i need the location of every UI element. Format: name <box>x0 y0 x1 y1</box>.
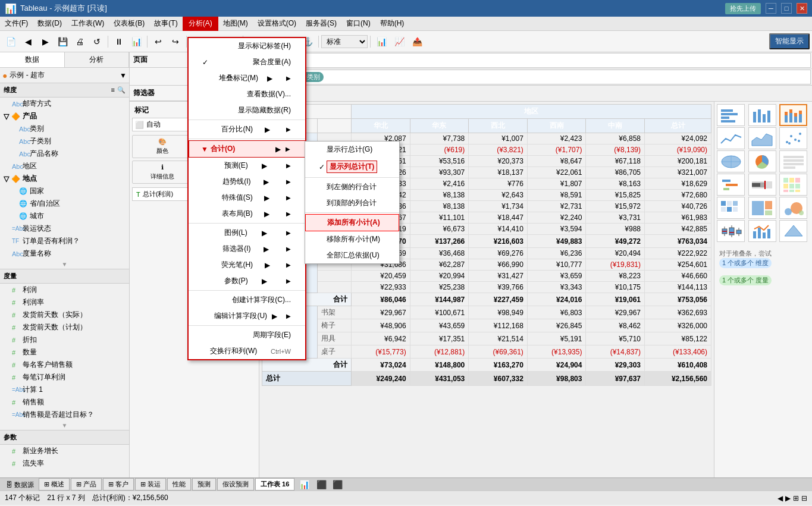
layout-arrow: ▶ <box>264 210 269 218</box>
sep1 <box>189 120 305 120</box>
trend-arrow: ▶ <box>264 178 269 186</box>
edit-calc-arrow: ▶ <box>272 312 277 320</box>
menu-filter[interactable]: 筛选器(I) ▶ <box>189 241 305 257</box>
submenu-col-top[interactable]: 到顶部的列合计 <box>305 195 399 211</box>
sep2 <box>189 139 305 139</box>
totals-submenu: 显示行总计(G) ✓ 显示列总计(T) 到左侧的行合计 到顶部的列合计 添加所有… <box>305 141 400 264</box>
menu-special-val[interactable]: 特殊值(S) ▶ <box>189 190 305 206</box>
submenu-add-all-subtotals[interactable]: 添加所有小计(A) <box>305 214 399 231</box>
menu-highlighter[interactable]: 荧光笔(H) ▶ <box>189 257 305 273</box>
highlighter-arrow: ▶ <box>265 261 270 269</box>
menu-swap[interactable]: 交换行和列(W) Ctrl+W <box>189 343 305 359</box>
menu-stack-marks[interactable]: 堆叠标记(M) ▶ <box>189 70 305 86</box>
special-arrow: ▶ <box>264 194 269 202</box>
menu-period[interactable]: 周期字段(E) <box>189 327 305 343</box>
sep5 <box>189 325 305 326</box>
submenu-remove-all-subtotals[interactable]: 移除所有小计(M) <box>305 231 399 247</box>
menu-forecast[interactable]: 预测(E) ▶ <box>189 158 305 174</box>
params-arrow: ▶ <box>262 277 267 285</box>
submenu-show-row-total[interactable]: 显示行总计(G) <box>305 142 399 158</box>
menu-edit-calc[interactable]: 编辑计算字段(U) ▶ <box>189 308 305 324</box>
submenu-aggregate-all[interactable]: 全部汇总依据(U) <box>305 247 399 263</box>
sep3 <box>189 223 305 224</box>
sep4 <box>189 290 305 291</box>
legend-arrow: ▶ <box>262 229 267 237</box>
totals-arrow-left: ▼ <box>201 145 208 153</box>
submenu-show-col-total[interactable]: ✓ 显示列总计(T) <box>305 158 399 176</box>
menu-overlay[interactable] <box>0 0 812 506</box>
menu-params[interactable]: 参数(P) ▶ <box>189 273 305 289</box>
totals-arrow-right: ▶ <box>275 145 281 153</box>
menu-show-labels[interactable]: 显示标记标签(H) <box>189 38 305 54</box>
menu-totals[interactable]: ▼ 合计(O) ▶ 显示行总计(G) ✓ 显示列总计(T) 到左侧的行合计 到顶… <box>189 140 305 158</box>
analysis-dropdown: 显示标记标签(H) ✓ 聚合度量(A) 堆叠标记(M) ▶ 查看数据(V)...… <box>187 37 306 360</box>
menu-trendline[interactable]: 趋势线(I) ▶ <box>189 174 305 190</box>
menu-percent[interactable]: 百分比(N) ▶ <box>189 121 305 137</box>
filter-arrow: ▶ <box>264 245 269 253</box>
menu-aggregate[interactable]: ✓ 聚合度量(A) <box>189 54 305 70</box>
sm-sep1 <box>305 177 399 178</box>
submenu-row-left[interactable]: 到左侧的行合计 <box>305 179 399 195</box>
percent-arrow: ▶ <box>265 125 270 134</box>
menu-create-calc[interactable]: 创建计算字段(C)... <box>189 292 305 308</box>
sm-sep2 <box>305 212 399 213</box>
menu-legend[interactable]: 图例(L) ▶ <box>189 225 305 241</box>
stack-arrow: ▶ <box>267 74 272 83</box>
menu-view-data[interactable]: 查看数据(V)... <box>189 86 305 102</box>
forecast-arrow: ▶ <box>262 162 267 170</box>
menu-table-layout[interactable]: 表布局(B) ▶ <box>189 206 305 222</box>
menu-show-hidden[interactable]: 显示隐藏数据(R) <box>189 102 305 118</box>
